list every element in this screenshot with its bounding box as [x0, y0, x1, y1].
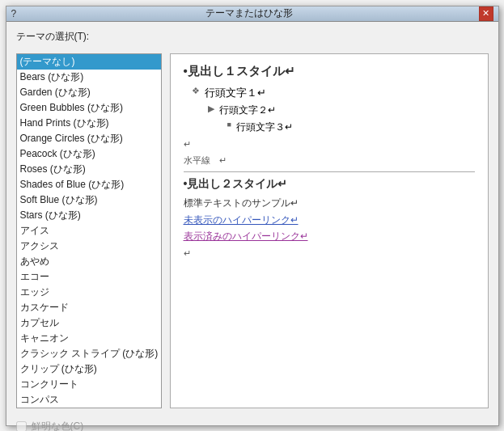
list-panel: (テーマなし) Bears (ひな形) Garden (ひな形) Green B…	[16, 53, 162, 408]
title-bar: ? テーマまたはひな形 ✕	[6, 6, 498, 22]
list-item[interactable]: Soft Blue (ひな形)	[17, 192, 161, 208]
title-buttons: ✕	[479, 6, 493, 21]
list-item[interactable]: Garden (ひな形)	[17, 85, 161, 100]
preview-para1: ↵	[184, 139, 475, 150]
dialog-window: ? テーマまたはひな形 ✕ テーマの選択(T): (テーマなし) Bears (…	[6, 6, 499, 426]
list-item[interactable]: コンクリート	[17, 377, 161, 392]
preview-bullet3: ■ 行頭文字３↵	[227, 120, 475, 134]
preview-bullet3-text: 行頭文字３↵	[236, 120, 293, 134]
vivid-color-row: 鮮明な色(C)	[16, 420, 489, 432]
preview-bullet2: ▶ 行頭文字２↵	[208, 104, 475, 117]
preview-hr-label: 水平線 ↵	[184, 154, 475, 167]
preview-sample: 標準テキストのサンプル↵	[184, 196, 475, 210]
main-content: (テーマなし) Bears (ひな形) Garden (ひな形) Green B…	[16, 53, 489, 408]
options-checkboxes: 鮮明な色(C) アクティブ グラフィックス(G) 背景のイメージ(B)	[16, 420, 489, 432]
list-item[interactable]: Green Bubbles (ひな形)	[17, 100, 161, 116]
list-item[interactable]: クリップ (ひな形)	[17, 361, 161, 377]
preview-hr	[184, 171, 475, 172]
preview-bullet1: ❖ 行頭文字１↵	[192, 86, 475, 100]
arrow-icon: ▶	[208, 104, 214, 114]
list-item[interactable]: コンパス	[17, 392, 161, 408]
theme-list[interactable]: (テーマなし) Bears (ひな形) Garden (ひな形) Green B…	[16, 53, 162, 408]
preview-unvisited-link: 未表示のハイパーリンク↵	[184, 213, 475, 227]
square-icon: ■	[227, 120, 231, 129]
list-item[interactable]: アイス	[17, 223, 161, 239]
list-item[interactable]: Hand Prints (ひな形)	[17, 116, 161, 131]
dialog-body: テーマの選択(T): (テーマなし) Bears (ひな形) Garden (ひ…	[6, 22, 498, 432]
preview-para2: ↵	[184, 248, 475, 259]
list-item[interactable]: (テーマなし)	[17, 54, 161, 70]
list-item[interactable]: クラシック ストライプ (ひな形)	[17, 346, 161, 361]
list-item[interactable]: Peacock (ひな形)	[17, 146, 161, 162]
list-item[interactable]: あやめ	[17, 254, 161, 269]
list-item[interactable]: カプセル	[17, 315, 161, 331]
close-button[interactable]: ✕	[479, 6, 493, 21]
list-item[interactable]: カスケード	[17, 300, 161, 315]
preview-bullet1-text: 行頭文字１↵	[205, 86, 266, 100]
list-item[interactable]: アクシス	[17, 239, 161, 254]
vivid-color-label: 鮮明な色(C)	[32, 420, 84, 432]
list-item[interactable]: Shades of Blue (ひな形)	[17, 177, 161, 192]
dialog-title: テーマまたはひな形	[19, 6, 478, 20]
diamond-icon: ❖	[192, 86, 200, 96]
list-item[interactable]: Orange Circles (ひな形)	[17, 131, 161, 146]
help-button[interactable]: ?	[11, 8, 17, 19]
preview-panel: •見出し１スタイル↵ ❖ 行頭文字１↵ ▶ 行頭文字２↵ ■ 行頭文字３↵ ↵ …	[170, 53, 489, 408]
list-item[interactable]: キャニオン	[17, 331, 161, 346]
list-item[interactable]: エッジ	[17, 285, 161, 300]
list-item[interactable]: Stars (ひな形)	[17, 208, 161, 223]
preview-heading1: •見出し１スタイル↵	[184, 64, 475, 79]
preview-visited-link: 表示済みのハイパーリンク↵	[184, 230, 475, 243]
list-item[interactable]: Roses (ひな形)	[17, 162, 161, 177]
list-item[interactable]: エコー	[17, 269, 161, 285]
preview-bullet2-text: 行頭文字２↵	[219, 104, 276, 117]
section-label: テーマの選択(T):	[16, 30, 489, 44]
vivid-color-checkbox[interactable]	[16, 421, 27, 432]
preview-heading2: •見出し２スタイル↵	[184, 177, 475, 192]
list-item[interactable]: Bears (ひな形)	[17, 70, 161, 85]
